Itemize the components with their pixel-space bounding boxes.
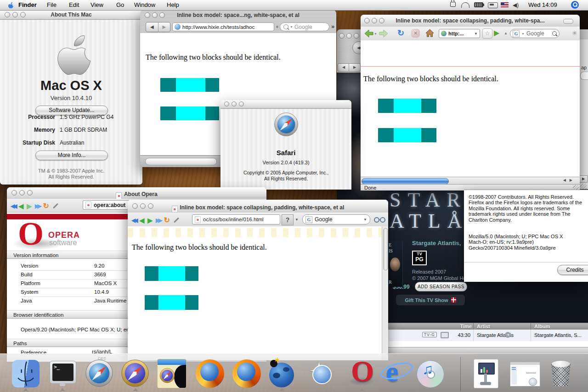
forward-button[interactable]: ▶	[27, 202, 32, 210]
artist-link-arrow[interactable]: ➜	[505, 332, 511, 338]
window-titlebar[interactable]: o Inline box model: space collapsing, pa…	[128, 200, 388, 213]
dock-item-minefield[interactable]: ✶	[267, 359, 297, 388]
location-field[interactable]: http:... ▼	[439, 29, 480, 38]
dock-item-firefox[interactable]	[195, 359, 225, 388]
minimize-button[interactable]	[232, 101, 237, 106]
collapse-caret[interactable]: ▲	[504, 31, 508, 35]
zoom-button[interactable]	[354, 33, 359, 39]
toolbar-overflow-chevron[interactable]: »	[331, 23, 334, 30]
dock-item-terminal[interactable]: >_	[48, 359, 77, 388]
dock-item-keynote[interactable]	[471, 359, 500, 388]
dock-item-itunes[interactable]: ♫	[416, 359, 445, 388]
reload-button[interactable]: ↻	[397, 28, 404, 38]
window-titlebar[interactable]: o About Opera	[7, 187, 266, 199]
scroll-right-arrow[interactable]: ▶	[579, 175, 588, 183]
dock-item-webkit-nightly[interactable]	[157, 359, 187, 388]
dock-item-camino[interactable]: ✦	[306, 359, 336, 388]
firefox-window[interactable]: Inline box model: space collapsing, padd…	[361, 15, 580, 190]
input-language-flag-icon[interactable]	[501, 2, 509, 7]
vertical-scrollbar[interactable]	[382, 226, 388, 360]
dock-item-trash[interactable]	[546, 359, 576, 388]
credits-button[interactable]: Credits	[557, 265, 588, 275]
show-title[interactable]: Stargate Atlantis,	[412, 240, 461, 246]
menu-item-view[interactable]: View	[90, 1, 103, 8]
zoom-button[interactable]	[239, 101, 244, 106]
rewind-button[interactable]: ◀◀	[131, 217, 136, 224]
forward-button[interactable]: ▶	[147, 217, 153, 224]
zoom-glasses-icon[interactable]	[374, 216, 386, 225]
dock-item-safari-gold[interactable]	[121, 359, 150, 388]
menu-item-file[interactable]: File	[47, 1, 57, 8]
more-info-button[interactable]: More Info...	[35, 151, 108, 160]
opera-test-window[interactable]: o Inline box model: space collapsing, pa…	[128, 200, 388, 360]
back-button[interactable]: ◀	[146, 22, 158, 32]
go-button[interactable]: ▶	[494, 28, 499, 37]
episode-thumbnail[interactable]: E IS R	[387, 241, 403, 287]
web-search-field[interactable]: G ▼ Google	[510, 29, 560, 38]
location-dropdown-arrow[interactable]: ▼	[474, 32, 480, 36]
about-this-mac-window[interactable]: About This Mac Mac OS X Version 10.4.10 …	[0, 10, 142, 185]
apple-menu[interactable]	[6, 1, 14, 11]
dock-item-safari[interactable]	[85, 359, 114, 388]
bookmark-star-button[interactable]: ☆	[482, 28, 492, 39]
search-engine-arrow[interactable]: ▼	[363, 218, 370, 222]
col-divider[interactable]	[473, 323, 474, 330]
scrollbar-thumb[interactable]	[145, 158, 217, 165]
rewind-button[interactable]: ◀◀	[11, 203, 15, 209]
dock-item-firefox-2[interactable]	[232, 359, 261, 388]
menu-item-edit[interactable]: Edit	[69, 1, 79, 8]
scroll-left-arrow[interactable]: ◀	[563, 178, 566, 182]
power-adapter-icon[interactable]	[488, 2, 498, 8]
help-button[interactable]: ?	[282, 214, 294, 225]
volume-icon[interactable]: ◀)	[513, 2, 519, 8]
airport-signal-icon[interactable]	[461, 2, 469, 8]
home-button[interactable]	[425, 28, 435, 40]
reload-button[interactable]: ↻	[43, 202, 49, 210]
back-button[interactable]: ◀	[139, 217, 144, 224]
minefield-about-window[interactable]: ©1998-2007 Contributors. All Rights Rese…	[464, 190, 588, 282]
forward-button[interactable]: ▶	[158, 22, 170, 32]
window-titlebar[interactable]: About This Mac	[0, 10, 142, 20]
itunes-prev-button[interactable]: ◀	[338, 63, 350, 72]
close-button[interactable]	[339, 33, 345, 39]
about-safari-window[interactable]: Safari Version 2.0.4 (419.3) Copyright ©…	[220, 100, 351, 190]
spotlight-icon[interactable]	[571, 1, 579, 9]
field-resize-dot[interactable]	[276, 26, 278, 28]
fast-forward-button[interactable]: ▶▶	[35, 203, 40, 209]
reload-button[interactable]: ↻	[164, 216, 170, 224]
menu-item-help[interactable]: Help	[167, 1, 179, 8]
dock-item-internet-explorer[interactable]: e	[381, 359, 411, 388]
add-season-pass-button[interactable]: ADD SEASON PASS	[415, 282, 467, 291]
scrollbar-thumb[interactable]	[362, 178, 449, 185]
menu-item-window[interactable]: Window	[134, 1, 155, 8]
compose-pencil-icon[interactable]	[174, 217, 179, 223]
fast-forward-button[interactable]: ▶▶	[156, 217, 160, 224]
minimize-button[interactable]	[346, 33, 352, 39]
window-titlebar[interactable]: Inline box model: space collapsing, padd…	[361, 15, 580, 27]
stop-button[interactable]: ✕	[411, 29, 420, 38]
col-divider[interactable]	[531, 323, 531, 330]
keychain-lock-icon[interactable]	[450, 2, 456, 7]
back-forward-capsule[interactable]: ◀ ▶	[146, 22, 170, 32]
compose-pencil-icon[interactable]	[53, 203, 58, 208]
address-field[interactable]: http://www.hixie.ch/tests/adhoc	[172, 22, 274, 31]
scrollbar-thumb[interactable]	[383, 228, 388, 270]
dock-item-opera[interactable]: O	[347, 359, 377, 388]
search-field[interactable]: ▼ Google	[280, 22, 329, 31]
back-button[interactable]	[363, 28, 374, 41]
back-button[interactable]: ◀	[18, 202, 23, 210]
address-field[interactable]: o oc/css/box/inline/016.html	[192, 214, 280, 224]
gift-tv-show-button[interactable]: Gift This TV Show	[396, 295, 465, 305]
titlebar-pill-widget[interactable]	[563, 19, 573, 24]
horizontal-scrollbar[interactable]: ◀ ▶	[361, 177, 580, 185]
web-search-field[interactable]: G Google ▼	[302, 214, 370, 224]
dock-item-finder[interactable]	[11, 359, 40, 388]
resize-grip[interactable]	[580, 184, 587, 189]
dock-item-itunes-store-window[interactable]	[510, 359, 539, 388]
battery-icon[interactable]	[474, 2, 483, 7]
menu-item-finder[interactable]: Finder	[18, 1, 37, 8]
forward-button[interactable]	[378, 28, 389, 41]
menu-clock[interactable]: Wed 14:09	[528, 1, 557, 8]
itunes-next-button[interactable]: ▶	[349, 63, 361, 72]
menu-item-go[interactable]: Go	[116, 1, 124, 8]
